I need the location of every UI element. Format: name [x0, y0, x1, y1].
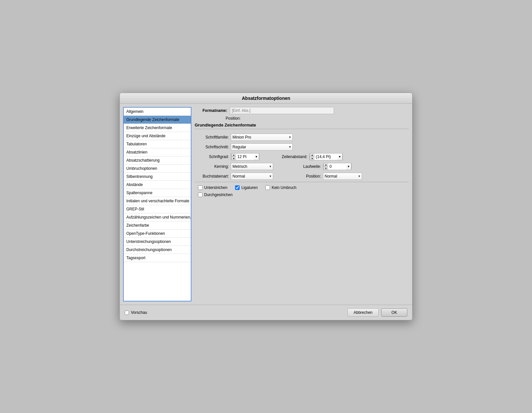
ligaturen-group: Ligaturen — [235, 185, 258, 190]
durchgestrichen-group: Durchgestrichen — [198, 193, 232, 197]
ligaturen-label[interactable]: Ligaturen — [241, 185, 258, 190]
sidebar: AllgemeinGrundlegende ZeichenformateErwe… — [123, 107, 191, 301]
sidebar-item-erweiterte-zeichenformate[interactable]: Erweiterte Zeichenformate — [124, 124, 191, 132]
sidebar-item-unterstreichungsoptionen[interactable]: Unterstreichungsoptionen — [124, 238, 191, 246]
schriftgrad-spinbox: ▲ ▼ ▼ — [231, 153, 259, 160]
position-select-wrapper: NormalHochgestelltTiefgestelltRubinzeich… — [323, 173, 362, 180]
laufweite-spinbox: ▲ ▼ ▼ — [323, 163, 352, 170]
schriftgrad-spin-down[interactable]: ▼ — [231, 157, 236, 160]
unterstrichen-label[interactable]: Unterstrichen — [204, 185, 227, 190]
schriftfamilie-group: Schriftfamilie: Minion ProArialTimes New… — [198, 134, 293, 141]
sidebar-item-spaltenspanne[interactable]: Spaltenspanne — [124, 189, 191, 197]
sidebar-item-absatzlinien[interactable]: Absatzlinien — [124, 148, 191, 156]
checkbox-row-2: Durchgestrichen — [198, 193, 406, 197]
zeilenabstand-spin-buttons: ▲ ▼ — [310, 153, 315, 160]
durchgestrichen-label[interactable]: Durchgestrichen — [204, 193, 232, 197]
sidebar-item-tabulatoren[interactable]: Tabulatoren — [124, 140, 191, 148]
durchgestrichen-checkbox[interactable] — [198, 193, 203, 197]
checkbox-row-1: Unterstrichen Ligaturen Kein Umbruch — [198, 185, 406, 190]
zeilenabstand-dropdown-btn[interactable]: ▼ — [337, 153, 343, 160]
schriftgrad-dropdown-btn[interactable]: ▼ — [254, 153, 259, 160]
zeilenabstand-spinbox: ▲ ▼ ▼ — [309, 153, 343, 160]
zeilenabstand-spin-up[interactable]: ▲ — [310, 153, 315, 157]
footer-right: Abbrechen OK — [347, 308, 407, 317]
laufweite-spin-buttons: ▲ ▼ — [323, 163, 328, 170]
schriftgrad-label: Schriftgrad: — [198, 154, 229, 159]
formatname-input[interactable] — [230, 107, 334, 114]
buchstabenart-select-wrapper: NormalVersalienKapitälchenKleinbuchstabe… — [231, 173, 273, 180]
schriftschnitt-label: Schriftschnitt: — [198, 145, 229, 149]
sidebar-item-opentype[interactable]: OpenType-Funktionen — [124, 230, 191, 238]
dialog-footer: Vorschau Abbrechen OK — [120, 305, 412, 320]
sidebar-item-absatzschattierung[interactable]: Absatzschattierung — [124, 156, 191, 165]
position-row: Position: — [226, 116, 409, 121]
sidebar-item-einzuege-und-abstaende[interactable]: Einzüge und Abstände — [124, 132, 191, 140]
ligaturen-checkbox[interactable] — [235, 185, 240, 190]
vorschau-label[interactable]: Vorschau — [131, 310, 147, 315]
schriftgrad-spin-buttons: ▲ ▼ — [231, 153, 236, 160]
unterstrichen-checkbox[interactable] — [198, 185, 203, 190]
kerning-select[interactable]: MetrischOptisch0 — [231, 163, 273, 170]
sidebar-item-grep-stil[interactable]: GREP-Stil — [124, 205, 191, 213]
main-content: Formatname: Position: Grundlegende Zeich… — [195, 107, 409, 301]
buchstabenart-group: Buchstabenart: NormalVersalienKapitälche… — [198, 173, 273, 180]
schriftgrad-spin-up[interactable]: ▲ — [231, 153, 236, 157]
kerning-label: Kerning: — [198, 164, 229, 169]
dialog-body: AllgemeinGrundlegende ZeichenformateErwe… — [120, 104, 412, 305]
sidebar-item-grundlegende-zeichenformate[interactable]: Grundlegende Zeichenformate — [124, 116, 191, 124]
sidebar-item-durchstreichungsoptionen[interactable]: Durchstreichungsoptionen — [124, 246, 191, 254]
sidebar-item-silbentrennung[interactable]: Silbentrennung — [124, 173, 191, 181]
formatname-label: Formatname: — [195, 108, 227, 113]
position-select[interactable]: NormalHochgestelltTiefgestelltRubinzeich… — [323, 173, 362, 180]
fields-grid: Schriftfamilie: Minion ProArialTimes New… — [195, 134, 409, 180]
zeilenabstand-label: Zeilenabstand: — [273, 154, 307, 159]
laufweite-spin-down[interactable]: ▼ — [324, 167, 328, 170]
sidebar-item-zeichenfarbe[interactable]: Zeichenfarbe — [124, 221, 191, 230]
absatzformatoptionen-dialog: Absatzformatoptionen AllgemeinGrundlegen… — [119, 93, 413, 320]
dialog-titlebar: Absatzformatoptionen — [120, 93, 412, 104]
schriftfamilie-select-wrapper: Minion ProArialTimes New RomanHelvetica — [231, 134, 293, 141]
laufweite-dropdown-btn[interactable]: ▼ — [346, 163, 351, 170]
checkboxes-section: Unterstrichen Ligaturen Kein Umbruch Dur… — [195, 182, 409, 200]
sidebar-item-initialen[interactable]: Initialen und verschachtelte Formate — [124, 197, 191, 205]
formatname-row: Formatname: — [195, 107, 409, 114]
kein-umbruch-group: Kein Umbruch — [265, 185, 296, 190]
footer-left: Vorschau — [125, 310, 344, 315]
laufweite-spin-up[interactable]: ▲ — [324, 163, 328, 167]
position-field-label: Position: — [287, 174, 321, 179]
sidebar-item-abstaende[interactable]: Abstände — [124, 181, 191, 189]
vorschau-checkbox[interactable] — [125, 311, 129, 315]
sidebar-item-tagsexport[interactable]: Tagsexport — [124, 254, 191, 262]
kerning-group: Kerning: MetrischOptisch0 — [198, 163, 273, 170]
ok-button[interactable]: OK — [381, 308, 407, 317]
sidebar-item-umbruchoptionen[interactable]: Umbruchoptionen — [124, 165, 191, 173]
schriftgrad-group: Schriftgrad: ▲ ▼ ▼ — [198, 153, 259, 160]
schriftschnitt-select-wrapper: RegularBoldItalicBold Italic — [231, 143, 293, 151]
laufweite-group: Laufweite: ▲ ▼ ▼ — [287, 163, 352, 170]
schriftschnitt-select[interactable]: RegularBoldItalicBold Italic — [231, 143, 293, 151]
laufweite-input[interactable] — [328, 163, 346, 170]
schriftgrad-input[interactable] — [236, 153, 254, 160]
schriftgrad-zeilenabstand-row: Schriftgrad: ▲ ▼ ▼ Zeilenabstand: — [198, 153, 406, 160]
sidebar-item-aufzaehlung[interactable]: Aufzählungszeichen und Nummerierung — [124, 213, 191, 221]
spacer — [195, 202, 409, 301]
position-label: Position: — [226, 116, 241, 121]
kerning-select-wrapper: MetrischOptisch0 — [231, 163, 273, 170]
abbrechen-button[interactable]: Abbrechen — [347, 308, 379, 317]
buchstabenart-label: Buchstabenart: — [198, 174, 229, 179]
schriftfamilie-label: Schriftfamilie: — [198, 135, 229, 140]
sidebar-list: AllgemeinGrundlegende ZeichenformateErwe… — [124, 108, 191, 301]
sidebar-item-allgemein[interactable]: Allgemein — [124, 108, 191, 116]
kein-umbruch-label[interactable]: Kein Umbruch — [272, 185, 296, 190]
buchstabenart-select[interactable]: NormalVersalienKapitälchenKleinbuchstabe… — [231, 173, 273, 180]
schriftfamilie-select[interactable]: Minion ProArialTimes New RomanHelvetica — [231, 134, 293, 141]
kerning-laufweite-row: Kerning: MetrischOptisch0 Laufweite: ▲ ▼ — [198, 163, 406, 170]
unterstrichen-group: Unterstrichen — [198, 185, 227, 190]
schriftschnitt-group: Schriftschnitt: RegularBoldItalicBold It… — [198, 143, 293, 151]
zeilenabstand-group: Zeilenabstand: ▲ ▼ ▼ — [273, 153, 343, 160]
zeilenabstand-input[interactable] — [315, 153, 337, 160]
kein-umbruch-checkbox[interactable] — [265, 185, 270, 190]
zeilenabstand-spin-down[interactable]: ▼ — [310, 157, 315, 160]
schriftfamilie-row: Schriftfamilie: Minion ProArialTimes New… — [198, 134, 406, 141]
schriftschnitt-row: Schriftschnitt: RegularBoldItalicBold It… — [198, 143, 406, 151]
